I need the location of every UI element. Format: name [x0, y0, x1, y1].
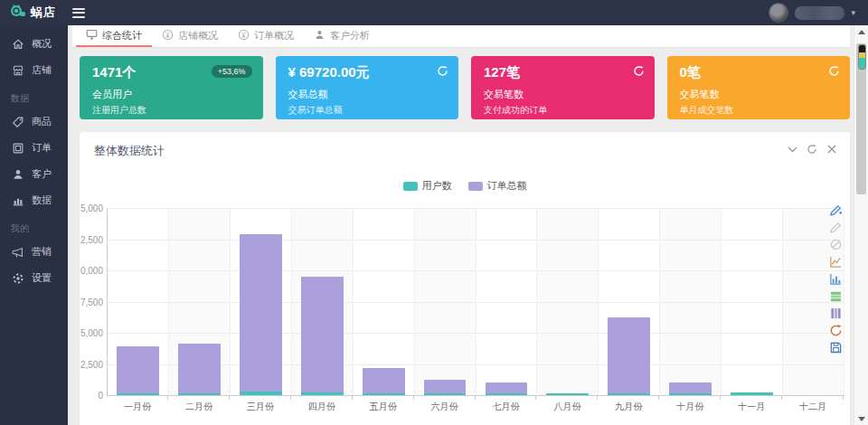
bar-用户数-四月份 [301, 392, 344, 395]
collapse-chevron-icon[interactable] [787, 144, 797, 155]
bar-订单总额-四月份 [301, 277, 344, 395]
tab-customer-analysis[interactable]: 客户分析 [304, 25, 380, 47]
tab-shop-overview[interactable]: 店铺概况 [152, 25, 228, 47]
x-axis-tick [721, 396, 782, 400]
stat-value: 0笔 [680, 64, 838, 81]
stat-value: 127笔 [484, 64, 642, 81]
hamburger-menu-icon[interactable] [72, 8, 85, 18]
x-axis-label: 十一月 [721, 401, 782, 413]
stat-value: ¥ 69720.00元 [288, 64, 447, 81]
sidebar-section-header-mine: 我的 [0, 213, 68, 239]
stat-label: 交易笔数 [680, 88, 838, 101]
tab-overall-stats[interactable]: 综合统计 [76, 25, 152, 47]
home-icon [12, 38, 24, 51]
stat-sublabel: 单月成交笔数 [680, 104, 838, 117]
sidebar-item-marketing[interactable]: 营销 [0, 239, 68, 265]
x-axis-tick [107, 396, 168, 400]
bar-用户数-九月份 [608, 393, 650, 395]
sidebar-item-overview[interactable]: 概况 [0, 31, 68, 57]
x-axis-tick [291, 396, 353, 400]
stat-card-members: 1471个 +53,6% 会员用户 注册用户总数 [80, 56, 263, 119]
annotate-pencil-icon[interactable] [828, 203, 843, 217]
panel-tools [787, 144, 837, 155]
gridline [108, 270, 844, 271]
sidebar-item-label: 营销 [32, 245, 52, 259]
user-avatar[interactable] [769, 3, 788, 23]
monitor-icon [86, 29, 98, 42]
x-axis-label: 十二月 [782, 401, 844, 413]
y-axis-label: 0 [80, 391, 103, 401]
scrollbar-marker [858, 44, 866, 70]
close-icon[interactable] [826, 144, 837, 155]
sidebar-item-customers[interactable]: 客户 [0, 161, 68, 187]
person-icon [314, 29, 326, 42]
plot-area[interactable] [107, 208, 844, 396]
sidebar-item-goods[interactable]: 商品 [0, 109, 68, 135]
restore-icon[interactable] [828, 323, 843, 337]
legend-swatch-users [403, 182, 418, 191]
chevron-down-icon[interactable]: ▾ [851, 8, 855, 17]
y-axis-label: 5,000 [80, 328, 103, 338]
x-axis-label: 七月份 [476, 401, 537, 413]
bar-用户数-五月份 [363, 393, 405, 395]
echarts-toolbox [828, 203, 843, 354]
growth-badge: +53,6% [212, 65, 252, 78]
refresh-icon[interactable] [633, 64, 645, 76]
x-axis-tick [414, 396, 476, 400]
x-axis-label: 四月份 [291, 401, 353, 413]
stat-cards-row: 1471个 +53,6% 会员用户 注册用户总数 ¥ 69720.00元 交易总… [80, 56, 850, 119]
scrollbar-down-arrow[interactable] [854, 412, 868, 425]
user-name-redacted[interactable] [795, 6, 844, 20]
sidebar-item-label: 店铺 [32, 63, 52, 77]
x-axis-tick [230, 396, 291, 400]
x-axis-label: 八月份 [536, 401, 598, 413]
sidebar-item-data[interactable]: 数据 [0, 187, 68, 213]
brand-logo[interactable]: 蜗店 [0, 5, 56, 22]
yen-circle-icon [162, 29, 174, 42]
gear-icon [12, 272, 24, 285]
bar-用户数-二月份 [178, 393, 221, 395]
x-axis-label: 一月份 [107, 401, 168, 413]
eraser-icon[interactable] [828, 237, 843, 251]
tab-label: 综合统计 [102, 29, 142, 42]
stat-card-transactions: 127笔 交易笔数 支付成功的订单 [471, 56, 655, 119]
bar-用户数-六月份 [424, 393, 467, 395]
legend-item-order-total[interactable]: 订单总额 [468, 179, 527, 193]
shop-icon [12, 64, 24, 77]
bar-订单总额-五月份 [363, 368, 405, 395]
switch-bar-chart-icon[interactable] [828, 271, 843, 286]
stack-icon[interactable] [828, 288, 843, 303]
tab-bar: 综合统计 店铺概况 订单概况 客户分析 [72, 25, 850, 48]
refresh-icon[interactable] [437, 64, 448, 76]
refresh-icon[interactable] [807, 144, 817, 155]
legend-item-users[interactable]: 用户数 [403, 179, 452, 193]
x-axis-label: 二月份 [168, 401, 230, 413]
sidebar: 概况 店铺 数据 商品 订单 客户 数据 我的 营销 [0, 25, 68, 425]
switch-line-chart-icon[interactable] [828, 254, 843, 269]
sidebar-item-shop[interactable]: 店铺 [0, 57, 68, 83]
sidebar-section-header-data: 数据 [0, 83, 68, 109]
scrollbar-up-arrow[interactable] [854, 25, 868, 38]
sidebar-item-orders[interactable]: 订单 [0, 135, 68, 161]
gridline [108, 240, 844, 241]
bar-订单总额-九月份 [608, 317, 650, 395]
tiled-icon[interactable] [828, 306, 843, 320]
navbar: 蜗店 ▾ [0, 0, 868, 25]
pencil-disabled-icon[interactable] [828, 220, 843, 234]
legend-label: 订单总额 [487, 179, 527, 193]
sidebar-item-settings[interactable]: 设置 [0, 265, 68, 291]
x-axis-label: 五月份 [353, 401, 414, 413]
sidebar-item-label: 订单 [32, 141, 52, 155]
page-scrollbar[interactable] [854, 25, 868, 425]
tab-label: 订单概况 [254, 29, 294, 42]
sidebar-item-label: 概况 [32, 37, 52, 51]
bar-用户数-八月份 [546, 393, 589, 395]
x-axis-label: 三月份 [230, 401, 291, 413]
x-axis-tick [598, 396, 659, 400]
brand-name: 蜗店 [31, 5, 56, 21]
tab-order-overview[interactable]: 订单概况 [228, 25, 304, 47]
bar-订单总额-二月份 [178, 344, 221, 395]
order-icon [12, 142, 24, 155]
refresh-icon[interactable] [828, 64, 840, 76]
save-image-icon[interactable] [828, 340, 843, 354]
